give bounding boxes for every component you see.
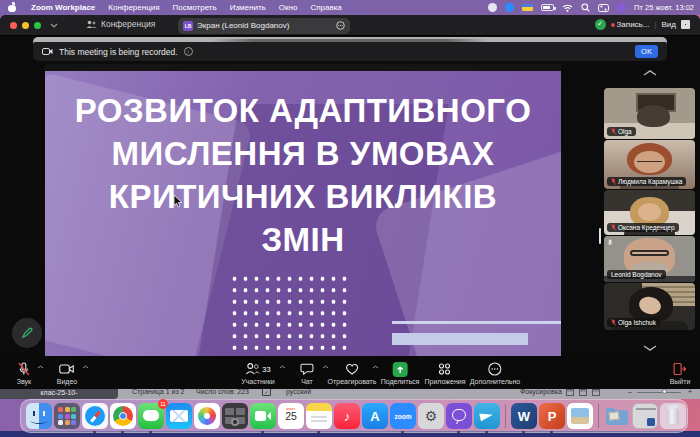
dock-telegram-icon[interactable]: [474, 403, 500, 429]
decor: [554, 7, 556, 10]
dock-zoom-icon[interactable]: zoom: [390, 403, 416, 429]
word-focus-mode[interactable]: Фокусировка: [520, 388, 562, 395]
ok-button[interactable]: OK: [635, 45, 658, 58]
tab-screen-share[interactable]: LB Экран (Leonid Bogdanov): [178, 18, 350, 34]
participant-tile-active-speaker[interactable]: Leonid Bogdanov: [604, 236, 695, 282]
dock-minimized-window[interactable]: [632, 403, 658, 429]
video-options-caret[interactable]: [82, 365, 89, 369]
wifi-icon[interactable]: [562, 4, 573, 12]
dock-trash-icon[interactable]: [660, 403, 686, 429]
leave-button[interactable]: Выйти: [670, 356, 691, 389]
dock-calendar-icon[interactable]: жовт. 25: [278, 403, 304, 429]
view-grid-icon[interactable]: [681, 20, 690, 29]
recording-indicator[interactable]: Запись...: [611, 20, 650, 29]
menu-app-name[interactable]: Zoom Workplace: [31, 3, 95, 12]
battery-icon[interactable]: [541, 4, 554, 11]
decor: [267, 412, 271, 420]
dock-photos-icon[interactable]: [194, 403, 220, 429]
audio-button[interactable]: Звук: [17, 356, 31, 389]
dock-photobooth-icon[interactable]: [222, 403, 248, 429]
participant-tile[interactable]: Людмила Карамушка: [604, 140, 695, 189]
word-page-count[interactable]: Страница 1 из 2: [132, 388, 184, 395]
dock-finder-icon[interactable]: [26, 403, 52, 429]
scroll-participants-down[interactable]: [638, 344, 662, 354]
participants-icon: [86, 20, 97, 29]
scroll-participants-up[interactable]: [638, 69, 662, 79]
dock-messages-icon[interactable]: 11: [138, 403, 164, 429]
participant-tile[interactable]: Оксана Креденцер: [604, 190, 695, 235]
dock-settings-icon[interactable]: ⚙: [418, 403, 444, 429]
zoom-menubar-icon[interactable]: [505, 3, 514, 12]
menu-conference[interactable]: Конференция: [108, 3, 159, 12]
annotate-button[interactable]: [12, 318, 42, 348]
decor: [58, 420, 63, 425]
view-button[interactable]: Вид: [662, 20, 676, 29]
menu-view[interactable]: Посмотреть: [173, 3, 217, 12]
word-word-count[interactable]: Число слов: 223: [196, 388, 249, 395]
react-button[interactable]: Отреагировать: [328, 356, 377, 389]
decor: [609, 411, 620, 420]
dock-preview-icon[interactable]: [567, 403, 593, 429]
dock-music-icon[interactable]: ♪: [334, 403, 360, 429]
audio-options-caret[interactable]: [37, 365, 44, 369]
decor: [58, 407, 63, 412]
dock-mail-icon[interactable]: [166, 403, 192, 429]
dock-safari-icon[interactable]: [82, 403, 108, 429]
participant-tile[interactable]: Olga Ishchuk: [604, 283, 695, 330]
participants-scrollbar[interactable]: [599, 228, 601, 244]
dock-facetime-icon[interactable]: [250, 403, 276, 429]
dock-notes-icon[interactable]: [306, 403, 332, 429]
menu-edit[interactable]: Изменить: [230, 3, 266, 12]
menu-window[interactable]: Окно: [279, 3, 298, 12]
apps-button[interactable]: Приложения: [425, 356, 466, 389]
close-window-button[interactable]: [10, 22, 17, 29]
decor: [8, 5, 16, 12]
control-center-icon[interactable]: [598, 4, 609, 12]
share-screen-button[interactable]: Поделиться: [381, 356, 420, 389]
dock-powerpoint-icon[interactable]: P: [539, 403, 565, 429]
gear-glyph: ⚙: [425, 408, 438, 424]
search-icon[interactable]: [581, 3, 590, 12]
word-zoom-knob[interactable]: [662, 389, 667, 394]
participant-tile[interactable]: Olga: [604, 88, 695, 139]
fullscreen-window-button[interactable]: [34, 22, 41, 29]
apps-icon: [438, 362, 452, 376]
encryption-shield-icon[interactable]: ✓: [595, 19, 606, 30]
participants-button[interactable]: 33 Участники: [241, 356, 274, 389]
video-button[interactable]: Видео: [57, 356, 77, 389]
word-view-web-icon[interactable]: [592, 389, 600, 396]
word-view-read-icon[interactable]: [566, 389, 574, 396]
dock-viber-icon[interactable]: [446, 403, 472, 429]
dock-appstore-icon[interactable]: A: [362, 403, 388, 429]
app-menubar-icon[interactable]: [617, 3, 626, 12]
window-titlebar[interactable]: Конференция LB Экран (Leonid Bogdanov) ✓…: [0, 15, 700, 36]
decor: [71, 414, 76, 419]
word-zoom-slider[interactable]: [637, 392, 681, 394]
react-options-caret[interactable]: [372, 365, 379, 369]
decor: [33, 411, 35, 416]
apple-menu-icon[interactable]: [8, 3, 16, 12]
more-button[interactable]: Дополнительно: [470, 356, 520, 389]
chat-button[interactable]: Чат: [300, 356, 314, 389]
dock-downloads-folder-icon[interactable]: [604, 403, 630, 429]
ukraine-flag-icon[interactable]: [522, 4, 533, 11]
minimize-window-button[interactable]: [22, 22, 29, 29]
dock-launchpad-icon[interactable]: [54, 403, 80, 429]
input-source-icon[interactable]: [488, 3, 497, 12]
word-view-print-icon[interactable]: [579, 389, 587, 396]
dock-chrome-icon[interactable]: [110, 403, 136, 429]
word-zoom-out[interactable]: –: [628, 388, 632, 395]
menubar-clock[interactable]: Пт 25 жовт. 13:02: [634, 3, 694, 12]
reactions-icon[interactable]: [336, 21, 345, 30]
music-note-glyph: ♪: [344, 409, 351, 424]
word-proofing-icon[interactable]: ✓: [262, 388, 271, 396]
dock-word-icon[interactable]: W: [511, 403, 537, 429]
info-icon[interactable]: i: [184, 47, 193, 56]
menu-help[interactable]: Справка: [310, 3, 341, 12]
decor: [119, 412, 127, 420]
participants-options-caret[interactable]: [279, 365, 286, 369]
word-language[interactable]: русский: [286, 388, 311, 395]
tab-conference[interactable]: Конференция: [86, 19, 155, 29]
word-zoom-in[interactable]: +: [688, 388, 692, 395]
chevron-down-icon[interactable]: [50, 23, 58, 28]
